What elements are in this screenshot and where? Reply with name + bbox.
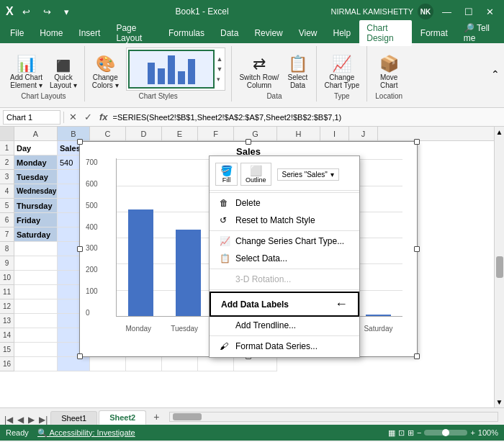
bar-saturday[interactable] <box>366 315 391 316</box>
scroll-more-button[interactable]: ▾ <box>216 75 224 84</box>
row-header-2[interactable]: 2 <box>0 155 14 170</box>
view-break-icon[interactable]: ⊞ <box>408 428 414 438</box>
cell-a15[interactable] <box>14 343 58 357</box>
cell-b16[interactable] <box>58 357 90 371</box>
zoom-slider[interactable] <box>424 430 467 436</box>
cell-a1[interactable]: Day <box>14 141 58 155</box>
cell-c16[interactable] <box>90 357 126 371</box>
tab-sheet1[interactable]: Sheet1 <box>50 411 97 425</box>
col-header-a[interactable]: A <box>14 127 58 140</box>
menu-file[interactable]: File <box>3 25 31 41</box>
sheet-nav-prev[interactable]: ◀ <box>16 415 25 425</box>
add-chart-element-button[interactable]: 📊 Add ChartElement ▾ <box>7 55 45 91</box>
bar-tuesday-rect[interactable] <box>176 230 201 316</box>
change-colors-button[interactable]: 🎨 ChangeColors ▾ <box>89 55 122 91</box>
ctx-select-data[interactable]: 📋 Select Data... <box>210 250 359 267</box>
sheet-nav-first[interactable]: |◀ <box>3 415 14 425</box>
maximize-button[interactable]: ☐ <box>460 5 477 19</box>
confirm-formula-button[interactable]: ✓ <box>82 112 94 122</box>
cell-a11[interactable] <box>14 285 58 299</box>
cell-a8[interactable] <box>14 242 58 256</box>
menu-insert[interactable]: Insert <box>71 25 107 41</box>
scroll-up-arrow[interactable]: ▲ <box>496 128 503 136</box>
col-header-j[interactable]: J <box>349 127 378 140</box>
col-header-b[interactable]: B <box>58 127 90 140</box>
menu-data[interactable]: Data <box>213 25 246 41</box>
ctx-add-data-labels[interactable]: Add Data Labels ← <box>210 292 359 317</box>
switch-row-column-button[interactable]: ⇄ Switch Row/Column <box>236 55 282 91</box>
col-header-f[interactable]: F <box>198 127 234 140</box>
menu-pagelayout[interactable]: Page Layout <box>109 20 160 46</box>
sheet-nav-last[interactable]: ▶| <box>37 415 49 425</box>
h-scroll-thumb[interactable] <box>173 413 202 420</box>
cell-a2[interactable]: Monday <box>14 155 58 170</box>
cell-a14[interactable] <box>14 328 58 343</box>
bar-monday-rect[interactable] <box>128 209 153 316</box>
close-button[interactable]: ✕ <box>482 5 498 19</box>
row-header-4[interactable]: 4 <box>0 184 14 199</box>
row-header-1[interactable]: 1 <box>0 141 14 155</box>
series-dropdown[interactable]: Series "Sales" ▾ <box>277 168 339 181</box>
bar-monday[interactable] <box>128 209 153 316</box>
quick-layout-button[interactable]: ⬛ QuickLayout ▾ <box>47 59 80 91</box>
handle-tr[interactable] <box>414 139 420 145</box>
menu-format[interactable]: Format <box>413 25 455 41</box>
move-chart-button[interactable]: 📦 MoveChart <box>374 55 403 91</box>
menu-chart-design[interactable]: Chart Design <box>359 20 412 46</box>
cell-a9[interactable] <box>14 256 58 271</box>
row-header-11[interactable]: 11 <box>0 285 14 299</box>
view-normal-icon[interactable]: ▦ <box>388 428 395 438</box>
handle-tl[interactable] <box>77 139 83 145</box>
col-header-i[interactable]: I <box>320 127 349 140</box>
cell-a5[interactable]: Thursday <box>14 199 58 213</box>
ribbon-collapse[interactable]: ⌃ <box>490 46 501 102</box>
cell-a4[interactable]: Wednesday <box>14 184 58 199</box>
vertical-scrollbar[interactable]: ▲ ▼ <box>494 127 504 407</box>
minimize-button[interactable]: — <box>438 5 456 19</box>
fill-button[interactable]: 🪣 Fill <box>215 163 238 186</box>
menu-formulas[interactable]: Formulas <box>161 25 212 41</box>
handle-bl[interactable] <box>77 353 83 359</box>
cell-a13[interactable] <box>14 314 58 328</box>
cell-g16[interactable] <box>234 357 277 371</box>
bar-tuesday[interactable] <box>176 230 201 316</box>
bar-saturday-rect[interactable] <box>366 315 391 316</box>
cell-a7[interactable]: Saturday <box>14 227 58 242</box>
menu-view[interactable]: View <box>292 25 325 41</box>
row-header-15[interactable]: 15 <box>0 343 14 357</box>
sheet-nav-next[interactable]: ▶ <box>27 415 36 425</box>
cell-e16[interactable] <box>162 357 198 371</box>
formula-input[interactable] <box>113 113 501 122</box>
zoom-out-button[interactable]: − <box>417 428 421 437</box>
redo-button[interactable]: ↪ <box>39 5 55 19</box>
accessibility-label[interactable]: 🔍 Accessibility: Investigate <box>37 428 135 437</box>
cell-d16[interactable] <box>126 357 162 371</box>
cell-a6[interactable]: Friday <box>14 213 58 227</box>
handle-br[interactable] <box>414 353 420 359</box>
col-header-d[interactable]: D <box>126 127 162 140</box>
cell-a3[interactable]: Tuesday <box>14 170 58 184</box>
handle-tc[interactable] <box>246 139 251 145</box>
chart-styles-preview[interactable] <box>128 50 215 89</box>
change-chart-type-button[interactable]: 📈 ChangeChart Type <box>321 55 362 91</box>
cell-a16[interactable] <box>14 357 58 371</box>
ctx-delete[interactable]: 🗑 Delete <box>210 194 359 212</box>
row-header-16[interactable]: 16 <box>0 357 14 371</box>
scroll-down-arrow[interactable]: ▼ <box>496 398 503 406</box>
menu-tell-me[interactable]: 🔎 Tell me <box>456 20 501 46</box>
row-header-13[interactable]: 13 <box>0 314 14 328</box>
more-button[interactable]: ▾ <box>60 5 73 19</box>
row-header-3[interactable]: 3 <box>0 170 14 184</box>
col-header-e[interactable]: E <box>162 127 198 140</box>
menu-review[interactable]: Review <box>247 25 289 41</box>
ctx-change-series-type[interactable]: 📈 Change Series Chart Type... <box>210 233 359 250</box>
ctx-reset-match[interactable]: ↺ Reset to Match Style <box>210 212 359 229</box>
scroll-down-button[interactable]: ▼ <box>216 65 224 73</box>
zoom-slider-thumb[interactable] <box>442 429 449 436</box>
row-header-10[interactable]: 10 <box>0 271 14 285</box>
ctx-format-data-series[interactable]: 🖌 Format Data Series... <box>210 338 359 355</box>
col-header-h[interactable]: H <box>277 127 320 140</box>
cell-f16[interactable] <box>198 357 234 371</box>
row-header-6[interactable]: 6 <box>0 213 14 227</box>
ctx-add-trendline[interactable]: Add Trendline... <box>210 317 359 334</box>
